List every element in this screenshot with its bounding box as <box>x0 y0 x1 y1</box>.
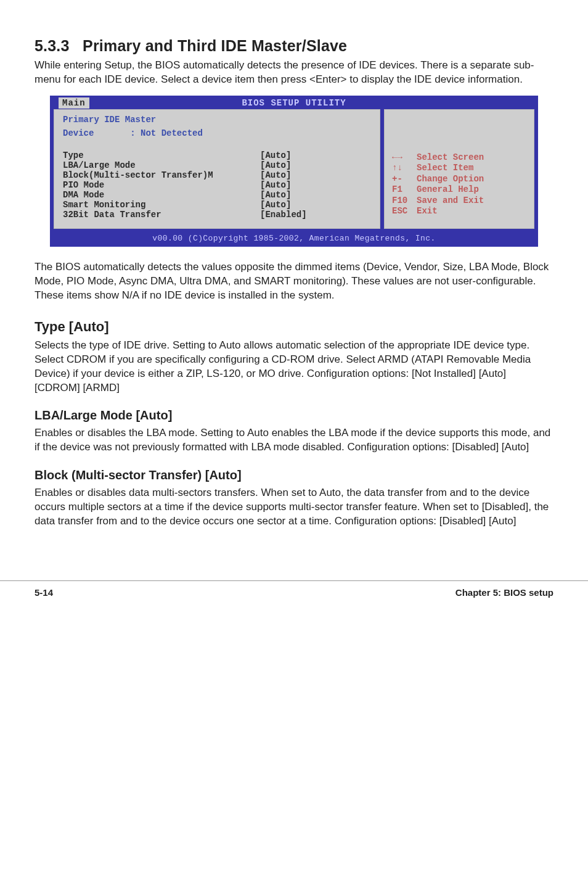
chapter-label: Chapter 5: BIOS setup <box>455 587 553 598</box>
bios-row-value: [Auto] <box>260 170 371 180</box>
bios-help-desc: Select Item <box>417 163 473 174</box>
bios-help-row: ESC Exit <box>392 206 484 217</box>
bios-row-value: [Auto] <box>260 151 371 160</box>
bios-utility-title: BIOS SETUP UTILITY <box>242 98 346 108</box>
after-bios-text: The BIOS automatically detects the value… <box>35 260 553 303</box>
bios-help-key: ←→ <box>392 152 417 163</box>
bios-help-key: +- <box>392 174 417 185</box>
bios-device-label: Device <box>63 128 94 138</box>
bios-help-row: F10 Save and Exit <box>392 196 484 207</box>
bios-help-desc: Exit <box>417 206 438 217</box>
section-intro: While entering Setup, the BIOS automatic… <box>35 59 553 87</box>
bios-row-label: LBA/Large Mode <box>63 160 260 170</box>
bios-help-key: F1 <box>392 184 417 196</box>
subsection-heading: LBA/Large Mode [Auto] <box>35 408 553 423</box>
bios-settings-panel: Primary IDE Master Device : Not Detected… <box>54 109 380 229</box>
bios-row-label: PIO Mode <box>63 180 260 190</box>
bios-row-label: Type <box>63 151 260 160</box>
bios-row-label: DMA Mode <box>63 190 260 200</box>
page-footer: 5-14 Chapter 5: BIOS setup <box>0 580 588 622</box>
page-number: 5-14 <box>35 587 53 598</box>
bios-help-row: +- Change Option <box>392 174 484 185</box>
section-number: 5.3.3 <box>35 37 70 54</box>
subsection-heading: Block (Multi-sector Transfer) [Auto] <box>35 468 553 482</box>
bios-help-panel: ←→ Select Screen ↑↓ Select Item +- Chang… <box>384 109 534 229</box>
bios-help-row: F1 General Help <box>392 184 484 196</box>
bios-row[interactable]: Smart Monitoring [Auto] <box>63 200 371 210</box>
bios-help-desc: Change Option <box>417 174 484 185</box>
bios-device-value: : Not Detected <box>130 128 203 138</box>
bios-help-desc: Select Screen <box>417 152 484 163</box>
bios-row[interactable]: Block(Multi-sector Transfer)M [Auto] <box>63 170 371 180</box>
subsection-text: Enables or disables the LBA mode. Settin… <box>35 426 553 455</box>
bios-row-label: 32Bit Data Transfer <box>63 210 260 220</box>
bios-help-key: ESC <box>392 206 417 217</box>
bios-row-value: [Auto] <box>260 200 371 210</box>
bios-row-label: Smart Monitoring <box>63 200 260 210</box>
bios-tab-main[interactable]: Main <box>59 97 89 109</box>
bios-copyright-footer: v00.00 (C)Copyright 1985-2002, American … <box>50 233 538 247</box>
bios-help-desc: Save and Exit <box>417 196 484 207</box>
bios-row-value: [Auto] <box>260 190 371 200</box>
bios-panel-title: Primary IDE Master <box>63 115 371 125</box>
bios-row-value: [Auto] <box>260 180 371 190</box>
subsection-text: Enables or disables data multi-sectors t… <box>35 486 553 529</box>
bios-help-key: F10 <box>392 196 417 207</box>
bios-row[interactable]: DMA Mode [Auto] <box>63 190 371 200</box>
bios-title-bar: Main BIOS SETUP UTILITY <box>50 96 538 109</box>
bios-help-row: ←→ Select Screen <box>392 152 484 163</box>
bios-row-label: Block(Multi-sector Transfer)M <box>63 170 260 180</box>
section-heading: 5.3.3 Primary and Third IDE Master/Slave <box>35 37 553 55</box>
subsection-heading: Type [Auto] <box>35 319 553 335</box>
bios-row[interactable]: LBA/Large Mode [Auto] <box>63 160 371 170</box>
bios-help-row: ↑↓ Select Item <box>392 163 484 174</box>
bios-row-value: [Enabled] <box>260 210 371 220</box>
bios-row[interactable]: Type [Auto] <box>63 151 371 160</box>
bios-row-value: [Auto] <box>260 160 371 170</box>
subsection-text: Selects the type of IDE drive. Setting t… <box>35 339 553 395</box>
bios-row[interactable]: PIO Mode [Auto] <box>63 180 371 190</box>
bios-row[interactable]: 32Bit Data Transfer [Enabled] <box>63 210 371 220</box>
bios-help-key: ↑↓ <box>392 163 417 174</box>
section-title: Primary and Third IDE Master/Slave <box>83 37 347 54</box>
bios-help-desc: General Help <box>417 184 479 196</box>
bios-setup-window: Main BIOS SETUP UTILITY Primary IDE Mast… <box>50 96 538 247</box>
